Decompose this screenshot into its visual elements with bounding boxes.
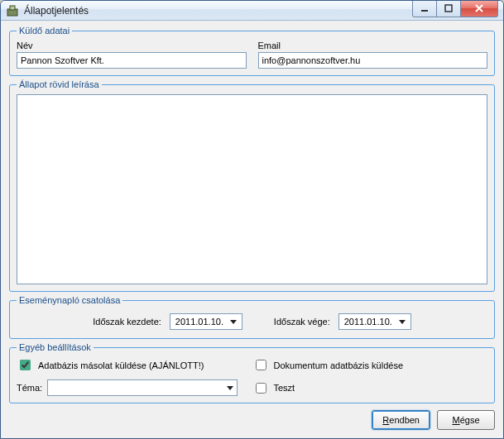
test-checkbox[interactable] <box>256 383 266 394</box>
eventlog-legend: Eseménynapló csatolása <box>17 295 122 305</box>
app-icon <box>6 4 19 17</box>
doc-db-label[interactable]: Dokumentum adatbázis küldése <box>274 360 404 370</box>
window-title: Állapotjelentés <box>24 5 89 17</box>
client-area: Küldő adatai Név Email Állapot rövid leí… <box>1 21 503 438</box>
minimize-button[interactable] <box>412 1 437 17</box>
maximize-button[interactable] <box>436 1 461 17</box>
chevron-down-icon <box>227 386 233 390</box>
eventlog-group: Eseménynapló csatolása Időszak kezdete: … <box>9 295 495 339</box>
doc-db-checkbox[interactable] <box>256 360 266 370</box>
email-label: Email <box>258 41 488 50</box>
period-start-label: Időszak kezdete: <box>93 317 161 327</box>
name-label: Név <box>17 41 247 50</box>
db-copy-label[interactable]: Adatbázis másolat küldése (AJÁNLOTT!) <box>38 360 204 370</box>
db-copy-checkbox[interactable] <box>20 360 31 370</box>
cancel-button[interactable]: Mégse <box>437 410 495 430</box>
dialog-window: Állapotjelentés Küldő adatai Név <box>0 0 504 439</box>
titlebar[interactable]: Állapotjelentés <box>1 1 503 21</box>
email-input[interactable] <box>258 52 488 69</box>
chevron-down-icon <box>230 320 237 324</box>
options-group: Egyéb beállítások Adatbázis másolat küld… <box>9 342 495 403</box>
theme-label: Téma: <box>17 383 42 393</box>
theme-combobox[interactable] <box>47 379 238 396</box>
test-label[interactable]: Teszt <box>274 383 295 393</box>
svg-rect-2 <box>421 10 428 12</box>
description-group: Állapot rövid leírása <box>9 79 495 292</box>
svg-rect-3 <box>445 5 452 12</box>
period-end-picker[interactable]: 2011.01.10. <box>338 313 411 330</box>
description-legend: Állapot rövid leírása <box>17 79 102 89</box>
sender-legend: Küldő adatai <box>17 26 72 36</box>
button-bar: Rendben Mégse <box>9 407 495 430</box>
options-legend: Egyéb beállítások <box>17 342 94 352</box>
description-textarea[interactable] <box>17 94 487 284</box>
period-start-picker[interactable]: 2011.01.10. <box>170 313 242 330</box>
sender-group: Küldő adatai Név Email <box>9 26 495 76</box>
chevron-down-icon <box>399 320 406 324</box>
window-buttons <box>413 1 503 17</box>
period-start-value: 2011.01.10. <box>175 317 223 327</box>
period-end-label: Időszak vége: <box>274 317 330 327</box>
ok-button[interactable]: Rendben <box>372 410 430 430</box>
period-end-value: 2011.01.10. <box>344 317 392 327</box>
name-input[interactable] <box>17 52 247 69</box>
svg-rect-1 <box>10 6 15 10</box>
close-button[interactable] <box>460 1 498 17</box>
